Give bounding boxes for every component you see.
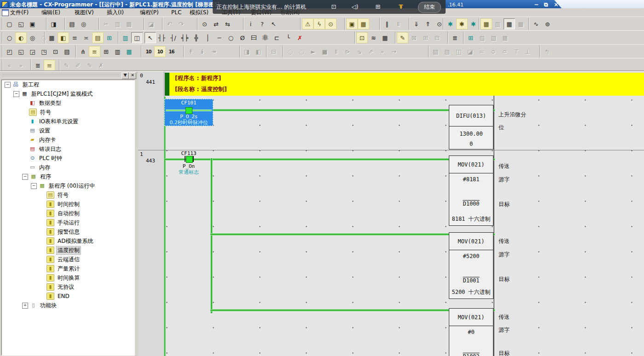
tree-item-program-symbols[interactable]: ▤符号 — [2, 190, 134, 200]
toolbox-icon[interactable]: ⋔ — [77, 46, 89, 57]
open-file-icon[interactable]: ◱ — [15, 18, 27, 29]
contact-cf101-selected[interactable]: CF101 P_0_2s 0.2秒时钟脉冲位 — [164, 99, 213, 126]
download-to-plc-icon[interactable]: ⇓ — [411, 18, 422, 29]
instruction-mov-3[interactable]: MOV(021) #0 D1002 — [449, 308, 493, 356]
menu-item-insert[interactable]: 插入(I) — [107, 9, 124, 16]
instruction-mov-2[interactable]: MOV(021) #5200 D1001 5200 十六进制 — [449, 232, 493, 299]
watch-sheet-icon[interactable]: ⊡ — [50, 46, 61, 57]
new-window-icon[interactable]: ◰ — [4, 46, 15, 57]
context-help-icon[interactable]: ↖ — [268, 18, 279, 29]
print-icon[interactable]: ▤ — [66, 18, 78, 29]
tree-item-error-log[interactable]: ▤错误日志 — [2, 144, 134, 154]
symbols-window-icon[interactable]: ◱ — [15, 46, 27, 57]
display-signed-icon[interactable]: 10 — [154, 46, 166, 57]
tree-item-section-no-protocol[interactable]: ▮无协议 — [2, 282, 134, 292]
report-view-icon[interactable]: ▥ — [112, 46, 123, 57]
zoom-in-icon[interactable]: ◎ — [27, 32, 38, 43]
tree-item-plc-device[interactable]: −▦新PLC1[CJ2M] 监视模式 — [2, 89, 134, 98]
differential-monitor-icon[interactable]: ∿ — [530, 18, 542, 29]
section-list-icon[interactable]: ≡ — [89, 46, 100, 57]
io-comment-view-icon[interactable]: ▦ — [123, 46, 135, 57]
tree-item-section-time-control[interactable]: ▮时间控制 — [2, 200, 134, 209]
end-remote-button[interactable]: 结束 — [418, 2, 441, 13]
tree-item-plc-clock[interactable]: ⊙PLC 时钟 — [2, 154, 134, 163]
search-report-icon[interactable]: ◨ — [48, 18, 59, 29]
ladder-view-icon[interactable]: ▤ — [92, 32, 104, 43]
cross-reference-icon[interactable]: ◫ — [131, 32, 143, 43]
diagram-window-icon[interactable]: ◲ — [27, 46, 38, 57]
monitor-window-icon[interactable]: ▦ — [504, 18, 515, 29]
pin-icon[interactable]: Ŧ — [395, 2, 407, 11]
delete-tool-icon[interactable]: ✗ — [294, 32, 306, 43]
rung-list-icon[interactable]: ≡ — [69, 32, 81, 43]
contact-no-icon[interactable]: ┤├ — [156, 32, 168, 43]
inverted-instruction-icon[interactable]: 非 — [260, 32, 271, 43]
monitor-mode-icon[interactable]: ✱ — [456, 18, 468, 29]
properties-icon[interactable]: ▤ — [61, 46, 73, 57]
tree-item-section-ad-analog[interactable]: ▮AD模拟量系统 — [2, 236, 134, 246]
menu-item-plc[interactable]: PLC — [171, 9, 181, 16]
tree-item-section-end[interactable]: ▮END — [2, 292, 134, 301]
online-edit-icon[interactable]: ✎ — [397, 32, 408, 43]
fb-monitor-icon[interactable]: ⊞ — [465, 32, 476, 43]
new-document-icon[interactable]: ▢ — [4, 18, 15, 29]
overview-icon[interactable]: ◧ — [58, 32, 69, 43]
tree-item-section-production-count[interactable]: ▮产量累计 — [2, 264, 134, 273]
lock-ui-icon[interactable]: ⊚ — [542, 18, 553, 29]
function-block-library-icon[interactable]: ≣ — [449, 32, 461, 43]
io-table-shortcut-icon[interactable]: ▥ — [120, 32, 131, 43]
online-edit-check-icon[interactable]: ▦ — [358, 18, 369, 29]
instruction-difu[interactable]: DIFU(013) 1300.00 0 — [449, 105, 493, 149]
zoom-select-icon[interactable]: ◐ — [15, 32, 27, 43]
menu-item-view[interactable]: 视图(V) — [75, 9, 94, 16]
tree-item-memory[interactable]: ▭内存 — [2, 163, 134, 172]
menu-item-edit[interactable]: 编辑(E) — [41, 9, 60, 16]
function-block-invoke-icon[interactable]: ⊏ — [271, 32, 283, 43]
horizontal-line-icon[interactable]: ─ — [214, 32, 225, 43]
select-tool-icon[interactable]: ↖ — [145, 32, 156, 43]
fullscreen-icon[interactable]: ⊡ — [328, 2, 340, 11]
tree-expander[interactable]: − — [13, 91, 19, 97]
speaker-icon[interactable]: ◁) — [349, 2, 361, 11]
tree-item-function-blocks[interactable]: +▯功能块 — [2, 301, 134, 310]
hierarchy-list-icon[interactable]: ≣ — [32, 60, 44, 71]
instruction-mov-1[interactable]: MOV(021) #8181 D1000 8181 十六进制 — [449, 155, 493, 226]
contact-on-indicator[interactable] — [186, 156, 193, 163]
save-icon[interactable]: ▣ — [27, 18, 38, 29]
or-contact-nc-icon[interactable]: ╬ — [191, 32, 202, 43]
panel-close-button[interactable]: × — [129, 72, 136, 79]
menu-item-simulation[interactable]: 模拟(S) — [190, 9, 209, 16]
tree-expander[interactable]: − — [22, 174, 28, 180]
menu-item-program[interactable]: 编程(P) — [140, 9, 159, 16]
find-warning-icon[interactable]: ⊙ — [325, 18, 337, 29]
compile-program-icon[interactable]: ⚠ — [302, 18, 313, 29]
transfer-check-icon[interactable]: ▣ — [346, 18, 358, 29]
watch-window-icon[interactable]: ▦ — [481, 18, 492, 29]
tree-item-section-manual-run[interactable]: ▮手动运行 — [2, 218, 134, 227]
mnemonic-view-icon[interactable]: ⊞ — [104, 32, 115, 43]
find-icon[interactable]: ⊙ — [199, 18, 210, 29]
calendar-set-icon[interactable]: ▦ — [379, 32, 391, 43]
panel-grip[interactable] — [1, 73, 120, 78]
print-preview-icon[interactable]: ◎ — [78, 18, 89, 29]
run-mode-icon[interactable]: ✱ — [468, 18, 479, 29]
tree-item-project-root[interactable]: −品新工程 — [2, 80, 134, 89]
upload-from-plc-icon[interactable]: ⇑ — [422, 18, 434, 29]
tree-item-settings[interactable]: ▤设置 — [2, 126, 134, 135]
tree-item-memory-card[interactable]: ▰内存卡 — [2, 135, 134, 144]
grid-toggle-icon[interactable]: ▦ — [46, 32, 58, 43]
coil-icon[interactable]: ○ — [225, 32, 237, 43]
zoom-fit-icon[interactable]: ○ — [4, 32, 15, 43]
tree-item-section-temperature-control[interactable]: ▮温度控制 — [2, 246, 134, 255]
program-view-icon[interactable]: ⊞ — [100, 46, 112, 57]
or-contact-no-icon[interactable]: ╡╞ — [179, 32, 191, 43]
tree-item-section-alarm-info[interactable]: ▮报警信息 — [2, 227, 134, 236]
minimize-button[interactable]: − — [532, 1, 540, 8]
display-hex-icon[interactable]: 16 — [166, 46, 177, 57]
window-toolbar-icon[interactable]: ⊞ — [372, 2, 384, 11]
replace-icon[interactable]: ⇄ — [210, 18, 222, 29]
coil-nc-icon[interactable]: Ø — [237, 32, 248, 43]
tree-item-new-program[interactable]: −▩新程序 (00)运行中 — [2, 181, 134, 190]
jump-label-icon[interactable]: └ — [283, 32, 294, 43]
work-online-icon[interactable]: ✱ — [445, 18, 456, 29]
